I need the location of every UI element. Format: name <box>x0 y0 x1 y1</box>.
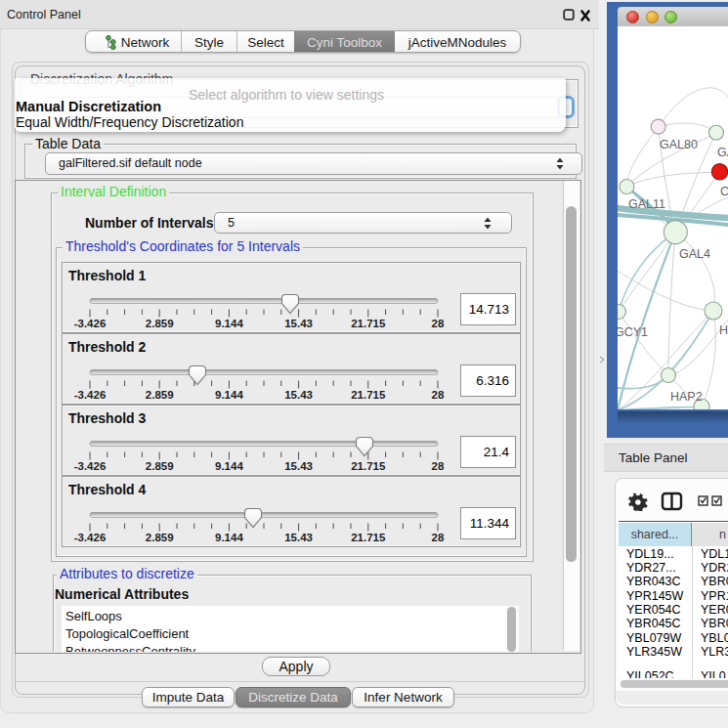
svg-text:GA: GA <box>717 146 728 159</box>
svg-text:15.43: 15.43 <box>284 318 313 329</box>
svg-text:2.859: 2.859 <box>146 532 174 543</box>
svg-text:C: C <box>720 185 728 198</box>
svg-text:28: 28 <box>432 318 445 329</box>
svg-text:9.144: 9.144 <box>215 460 243 472</box>
svg-text:21.715: 21.715 <box>351 532 386 543</box>
svg-text:-3.426: -3.426 <box>74 389 107 401</box>
svg-text:GAL4: GAL4 <box>679 247 710 261</box>
svg-text:21.715: 21.715 <box>351 318 386 329</box>
svg-text:9.144: 9.144 <box>215 532 243 543</box>
svg-text:15.43: 15.43 <box>284 460 313 472</box>
svg-text:GAL11: GAL11 <box>628 197 665 211</box>
svg-text:2.859: 2.859 <box>146 318 174 329</box>
svg-text:21.715: 21.715 <box>351 389 386 401</box>
svg-text:-3.426: -3.426 <box>74 532 107 543</box>
svg-text:15.43: 15.43 <box>284 389 313 401</box>
svg-text:2.859: 2.859 <box>146 389 174 401</box>
svg-text:28: 28 <box>432 532 445 543</box>
svg-text:28: 28 <box>432 389 445 401</box>
svg-text:GAL80: GAL80 <box>660 138 698 151</box>
svg-text:HAP2: HAP2 <box>670 390 703 404</box>
svg-text:15.43: 15.43 <box>284 532 313 543</box>
svg-text:GCY1: GCY1 <box>618 325 648 339</box>
svg-text:9.144: 9.144 <box>215 389 243 401</box>
svg-text:-3.426: -3.426 <box>74 318 107 329</box>
svg-text:H: H <box>719 323 728 337</box>
svg-text:2.859: 2.859 <box>146 460 174 472</box>
svg-text:21.715: 21.715 <box>351 460 386 472</box>
svg-text:9.144: 9.144 <box>215 318 243 329</box>
svg-text:28: 28 <box>432 460 445 472</box>
svg-text:-3.426: -3.426 <box>74 460 107 472</box>
